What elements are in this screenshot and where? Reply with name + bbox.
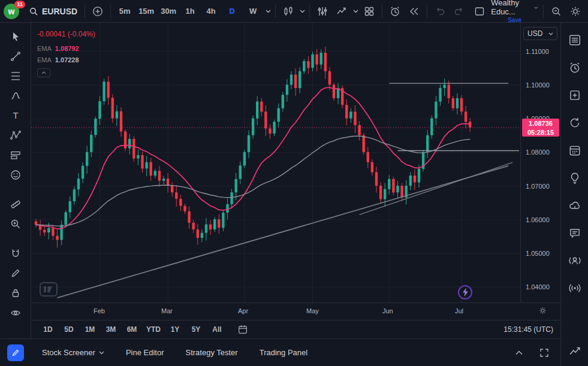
redo-button[interactable] [450,2,468,20]
fib-tool[interactable] [5,68,26,84]
range-button-1d[interactable]: 1D [38,322,58,337]
indicators-icon [316,5,328,17]
settings-button[interactable] [566,2,584,20]
month-label-jul: Jul [455,307,463,314]
lock-tool[interactable] [5,285,26,301]
range-button-all[interactable]: All [207,322,227,337]
alerts-button[interactable] [567,60,583,75]
legend-collapse-button[interactable] [37,68,50,77]
search-settings-icon [550,5,562,17]
square-plus-icon [568,89,581,102]
undo-button[interactable] [431,2,449,20]
trend-arrow-icon [568,344,581,358]
alert-button[interactable] [386,2,404,20]
price-scale[interactable]: USD 1.08736 05:28:15 1.110001.100001.090… [520,23,560,303]
range-button-1m[interactable]: 1M [80,322,99,337]
timeframe-button-1h[interactable]: 1h [180,4,200,19]
price-tick: 1.04000 [526,283,550,291]
gear-icon [569,5,581,17]
public-chat-button[interactable] [567,198,583,213]
go-to-date-button[interactable] [234,322,251,337]
chart-canvas-area[interactable]: -0.00041 (-0.04%) EMA1.08792EMA1.07228 [31,23,520,303]
quick-search-button[interactable] [547,2,565,20]
uptrend-major[interactable] [58,166,509,298]
footer-right [511,345,552,361]
broadcast-button[interactable] [567,280,583,296]
chart-type-button[interactable] [279,2,297,20]
price-tick: 1.05000 [526,250,550,257]
clock-utc[interactable]: 15:31:45 (UTC) [503,325,553,334]
timeframe-button-5m[interactable]: 5m [114,4,135,19]
timeframe-button-D[interactable]: D [222,4,242,19]
streams-button[interactable] [567,253,583,268]
hide-drawings-tool[interactable] [5,305,26,320]
footer-tabs: Stock ScreenerPine EditorStrategy Tester… [42,348,307,357]
position-tool[interactable] [5,147,26,163]
indicators-button[interactable] [313,2,331,20]
magnet-tool[interactable] [5,246,26,261]
account-logo[interactable]: w 11 [4,2,23,20]
price-chart[interactable] [31,23,520,303]
pattern-tool[interactable] [5,128,26,143]
brush-tool[interactable] [5,88,26,104]
person-broadcast-icon [568,254,581,267]
calendar-button[interactable] [567,143,583,158]
range-button-3m[interactable]: 3M [101,322,120,337]
cursor-tool[interactable] [5,29,26,44]
layout-select-button[interactable] [471,2,489,20]
emoji-icon [10,169,22,181]
timeframe-button-30m[interactable]: 30m [158,4,179,19]
bar-replay-button[interactable] [405,2,423,20]
footer-tab-strategy-tester[interactable]: Strategy Tester [185,348,237,357]
layout-grid-button[interactable] [360,2,378,20]
ideas-stream-button[interactable] [567,115,583,131]
compare-button[interactable] [333,2,351,20]
legend-indicators: EMA1.08792EMA1.07228 [37,43,95,65]
range-button-5y[interactable]: 5Y [186,322,206,337]
axis-settings-button[interactable] [538,306,547,315]
add-panel-button[interactable] [567,87,583,103]
footer-tab-stock-screener[interactable]: Stock Screener [42,348,104,357]
footer-tab-trading-panel[interactable]: Trading Panel [260,348,307,357]
magic-bolt-button[interactable] [458,285,472,300]
trendline-tool[interactable] [5,49,26,64]
timeframe-group: 5m15m30m1h4hDW [114,4,263,19]
timeframe-button-4h[interactable]: 4h [201,4,221,19]
timeframe-button-15m[interactable]: 15m [135,4,157,19]
indicator-row-0[interactable]: EMA1.08792 [37,43,95,54]
chart-legend: -0.00041 (-0.04%) EMA1.08792EMA1.07228 [37,30,95,77]
compare-menu-button[interactable] [352,2,359,20]
layout-account-menu[interactable]: Wealthy Educ... Save [491,0,538,23]
chat-bubble-icon [568,226,581,240]
text-tool[interactable]: T [5,108,26,123]
add-symbol-button[interactable] [89,2,107,20]
time-axis[interactable]: FebMarAprMayJunJul [31,303,560,320]
watchlist-button[interactable] [567,32,583,48]
chat-button[interactable] [567,225,583,241]
chart-type-menu-button[interactable] [298,2,306,20]
left-drawing-toolbar: T [0,23,31,338]
currency-select[interactable]: USD [523,27,557,40]
emoji-tool[interactable] [5,167,26,183]
drawing-panel-toggle[interactable] [7,344,24,361]
range-button-5d[interactable]: 5D [59,322,79,337]
measure-tool[interactable] [5,196,26,212]
range-button-ytd[interactable]: YTD [143,322,164,337]
symbol-search-button[interactable]: EURUSD [25,2,81,20]
plus-circle-icon [92,5,104,17]
panel-maximize-button[interactable] [536,345,552,361]
panel-collapse-button[interactable] [511,345,527,361]
timeframe-button-W[interactable]: W [243,4,263,19]
zoom-tool[interactable] [5,216,26,232]
chevron-down-icon [266,10,271,13]
uptrend-minor[interactable] [360,162,513,214]
ideas-button[interactable] [567,170,583,186]
footer-tab-pine-editor[interactable]: Pine Editor [126,348,164,357]
range-button-1y[interactable]: 1Y [165,322,185,337]
markets-arrow-button[interactable] [567,343,583,359]
range-button-6m[interactable]: 6M [122,322,141,337]
draw-tool[interactable] [5,265,26,281]
search-icon [29,7,38,16]
indicator-row-1[interactable]: EMA1.07228 [37,54,95,65]
timeframe-menu-button[interactable] [264,2,272,20]
